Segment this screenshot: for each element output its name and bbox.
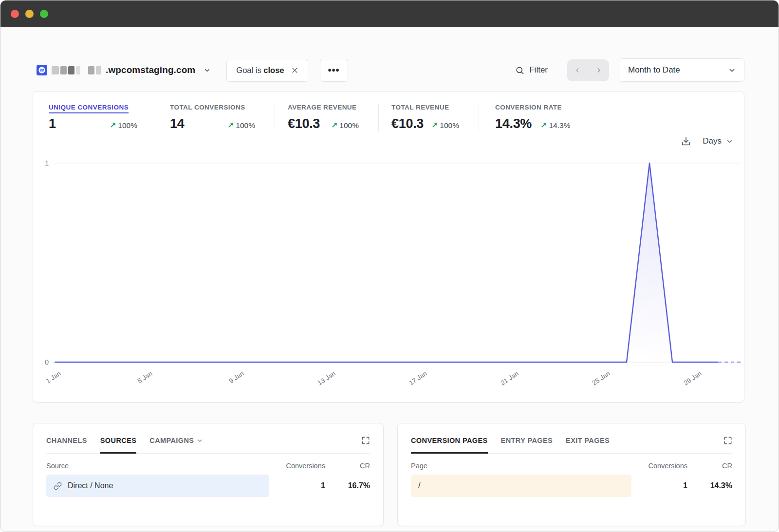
chevron-down-icon xyxy=(726,138,733,145)
trend-up-icon: ↗ xyxy=(227,121,234,129)
stat-change: ↗100% xyxy=(331,121,359,130)
table-row[interactable]: Direct / None 1 16.7% xyxy=(46,475,370,497)
pages-table-header: Page Conversions CR xyxy=(411,462,732,470)
pages-card: CONVERSION PAGES ENTRY PAGES EXIT PAGES … xyxy=(397,423,746,526)
page-cell[interactable]: / xyxy=(411,475,631,497)
minimize-window-button[interactable] xyxy=(25,10,34,18)
traffic-sources-card: CHANNELS SOURCES CAMPAIGNS Source Conver… xyxy=(33,423,384,526)
svg-text:25 Jan: 25 Jan xyxy=(591,370,611,387)
conversions-line-chart[interactable]: 011 Jan5 Jan9 Jan13 Jan17 Jan21 Jan25 Ja… xyxy=(33,155,746,398)
site-domain: .wpcomstaging.com xyxy=(106,65,195,75)
expand-icon[interactable] xyxy=(361,436,370,445)
previous-period-button[interactable] xyxy=(567,59,588,81)
svg-text:1: 1 xyxy=(45,159,49,167)
interval-label: Days xyxy=(703,136,722,146)
svg-text:29 Jan: 29 Jan xyxy=(682,370,703,387)
app-window: W .wpcomstaging.com Goal is close ••• xyxy=(0,0,779,532)
filter-label: Filter xyxy=(529,65,548,75)
date-range-select[interactable]: Month to Date xyxy=(619,58,744,82)
redacted-block xyxy=(88,66,94,74)
cr-value: 14.3% xyxy=(687,481,732,490)
goal-filter-text: Goal is close xyxy=(236,66,284,75)
toolbar: W .wpcomstaging.com Goal is close ••• xyxy=(37,58,744,82)
chevron-down-icon xyxy=(728,66,736,74)
stat-value: 14 xyxy=(170,116,184,131)
svg-text:17 Jan: 17 Jan xyxy=(408,370,428,387)
more-options-button[interactable]: ••• xyxy=(320,59,348,82)
redacted-site-name xyxy=(52,66,101,74)
stats-row: UNIQUE CONVERSIONS 1 ↗100% TOTAL CONVERS… xyxy=(33,92,744,131)
svg-text:13 Jan: 13 Jan xyxy=(316,370,336,387)
site-selector[interactable]: W .wpcomstaging.com xyxy=(37,65,211,75)
link-icon xyxy=(54,482,62,490)
redacted-block xyxy=(96,66,101,74)
tab-sources[interactable]: SOURCES xyxy=(100,437,137,444)
stat-conversion-rate[interactable]: CONVERSION RATE 14.3% ↗14.3% xyxy=(479,104,590,131)
table-row[interactable]: / 1 14.3% xyxy=(411,475,732,497)
stat-change: ↗100% xyxy=(110,121,137,130)
svg-text:5 Jan: 5 Jan xyxy=(136,370,154,385)
trend-up-icon: ↗ xyxy=(331,121,337,129)
svg-text:9 Jan: 9 Jan xyxy=(228,370,245,385)
wordpress-icon: W xyxy=(37,65,47,75)
stat-unique-conversions[interactable]: UNIQUE CONVERSIONS 1 ↗100% xyxy=(49,104,157,131)
stat-total-revenue[interactable]: TOTAL REVENUE €10.3 ↗100% xyxy=(379,104,479,131)
tab-entry-pages[interactable]: ENTRY PAGES xyxy=(501,437,553,444)
maximize-window-button[interactable] xyxy=(40,10,48,18)
stat-value: 14.3% xyxy=(495,116,532,131)
page-label: / xyxy=(418,481,420,490)
download-icon[interactable] xyxy=(681,136,691,146)
svg-text:0: 0 xyxy=(45,358,49,366)
chevron-down-icon xyxy=(204,67,211,74)
stat-total-conversions[interactable]: TOTAL CONVERSIONS 14 ↗100% xyxy=(157,104,275,131)
window-titlebar xyxy=(0,0,779,27)
tab-campaigns[interactable]: CAMPAIGNS xyxy=(149,437,203,444)
sources-tabs: CHANNELS SOURCES CAMPAIGNS xyxy=(46,436,370,454)
redacted-block xyxy=(60,66,67,74)
trend-up-icon: ↗ xyxy=(540,121,547,129)
stat-change: ↗100% xyxy=(431,121,459,130)
source-cell[interactable]: Direct / None xyxy=(46,475,269,497)
filter-button[interactable]: Filter xyxy=(515,65,548,75)
next-period-button[interactable] xyxy=(588,59,609,81)
date-range-value: Month to Date xyxy=(628,65,680,75)
sources-table-header: Source Conversions CR xyxy=(46,462,370,470)
trend-up-icon: ↗ xyxy=(431,121,438,129)
stat-value: 1 xyxy=(49,116,56,131)
period-pager xyxy=(567,59,609,81)
conversions-value: 1 xyxy=(631,481,687,490)
close-window-button[interactable] xyxy=(11,10,19,18)
conversions-overview-card: UNIQUE CONVERSIONS 1 ↗100% TOTAL CONVERS… xyxy=(33,91,744,403)
tab-exit-pages[interactable]: EXIT PAGES xyxy=(566,437,610,444)
trend-up-icon: ↗ xyxy=(110,121,116,129)
conversions-value: 1 xyxy=(269,481,325,490)
pages-tabs: CONVERSION PAGES ENTRY PAGES EXIT PAGES xyxy=(411,436,732,454)
stat-average-revenue[interactable]: AVERAGE REVENUE €10.3 ↗100% xyxy=(275,104,379,131)
source-label: Direct / None xyxy=(68,481,113,490)
stat-value: €10.3 xyxy=(391,116,424,131)
cr-value: 16.7% xyxy=(325,481,370,490)
search-icon xyxy=(515,66,524,75)
remove-filter-icon[interactable] xyxy=(291,67,298,74)
redacted-block xyxy=(68,66,74,74)
detail-cards: CHANNELS SOURCES CAMPAIGNS Source Conver… xyxy=(33,423,744,526)
goal-filter-chip[interactable]: Goal is close xyxy=(226,59,308,82)
svg-text:1 Jan: 1 Jan xyxy=(45,370,62,385)
stat-change: ↗14.3% xyxy=(540,121,570,130)
expand-icon[interactable] xyxy=(723,436,732,445)
svg-text:21 Jan: 21 Jan xyxy=(499,370,519,387)
redacted-block xyxy=(52,66,59,74)
chevron-down-icon xyxy=(197,438,203,444)
chart-controls: Days xyxy=(33,132,744,150)
tab-channels[interactable]: CHANNELS xyxy=(46,437,87,444)
interval-select[interactable]: Days xyxy=(703,136,733,146)
tab-conversion-pages[interactable]: CONVERSION PAGES xyxy=(411,437,488,444)
svg-text:W: W xyxy=(40,67,44,73)
stat-change: ↗100% xyxy=(227,121,255,130)
redacted-block xyxy=(76,66,80,74)
stat-value: €10.3 xyxy=(288,116,320,131)
